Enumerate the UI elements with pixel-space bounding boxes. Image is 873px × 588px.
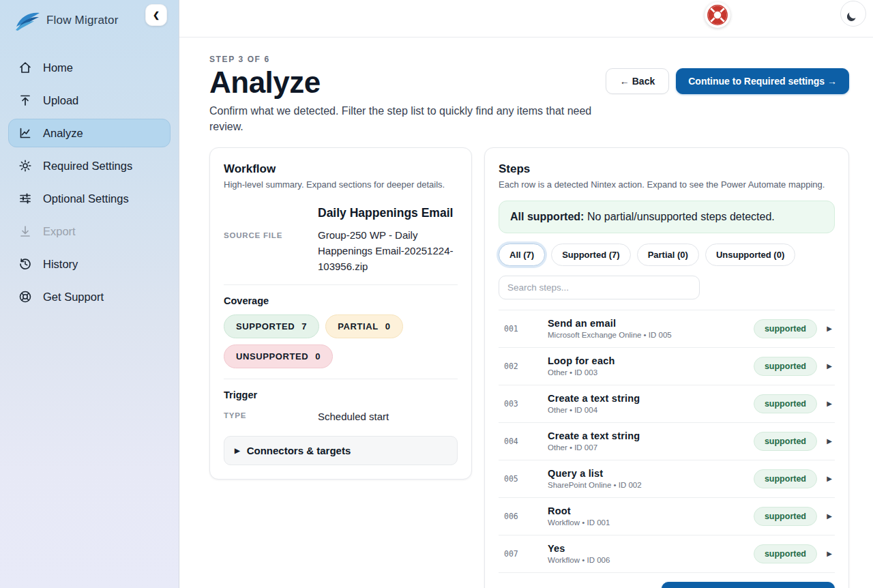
step-meta: Other • ID 003 xyxy=(548,368,754,377)
page-content: STEP 3 OF 6 Analyze Confirm what we dete… xyxy=(179,38,873,588)
page-header: STEP 3 OF 6 Analyze Confirm what we dete… xyxy=(209,55,849,134)
sidebar-item-optional-settings[interactable]: Optional Settings xyxy=(8,184,171,213)
dark-mode-toggle[interactable] xyxy=(840,1,866,27)
continue-button[interactable]: Continue to Required settings → xyxy=(676,68,849,94)
continue-button-bottom[interactable]: Continue to Required settings → xyxy=(662,582,835,588)
step-meta: Workflow • ID 001 xyxy=(548,518,754,527)
step-row[interactable]: 006 Root Workflow • ID 001 supported ▶ xyxy=(499,498,835,535)
sidebar-item-label: Analyze xyxy=(43,127,83,140)
banner-text: No partial/unsupported steps detected. xyxy=(584,211,774,222)
steps-footer: Continue to Required settings → xyxy=(499,582,835,588)
step-meta: Workflow • ID 006 xyxy=(548,556,754,564)
connectors-targets-accordion[interactable]: ▶ Connectors & targets xyxy=(224,436,458,465)
divider xyxy=(224,284,458,285)
step-title: Yes xyxy=(548,543,754,554)
upload-icon xyxy=(18,93,33,108)
workflow-card-title: Workflow xyxy=(224,162,458,176)
step-row[interactable]: 007 Yes Workflow • ID 006 supported ▶ xyxy=(499,535,835,573)
coverage-supported-count: 7 xyxy=(301,321,307,332)
expand-arrow-icon: ▶ xyxy=(817,362,835,370)
step-number: 003 xyxy=(504,399,548,409)
step-row[interactable]: 001 Send an email Microsoft Exchange Onl… xyxy=(499,310,835,348)
status-badge: supported xyxy=(754,469,817,488)
step-meta: SharePoint Online • ID 002 xyxy=(548,481,754,489)
support-lifebuoy-button[interactable] xyxy=(705,2,730,28)
divider xyxy=(224,379,458,379)
status-badge: supported xyxy=(754,544,817,563)
sidebar-item-label: Get Support xyxy=(43,291,104,304)
sidebar-item-required-settings[interactable]: Required Settings xyxy=(8,151,171,180)
step-row[interactable]: 002 Loop for each Other • ID 003 support… xyxy=(499,348,835,385)
filter-chip-supported[interactable]: Supported (7) xyxy=(551,244,631,266)
page-title: Analyze xyxy=(209,65,602,100)
step-number: 001 xyxy=(504,324,548,334)
step-row[interactable]: 003 Create a text string Other • ID 004 … xyxy=(499,385,835,423)
all-supported-banner: All supported: No partial/unsupported st… xyxy=(499,201,835,233)
coverage-unsupported-count: 0 xyxy=(315,351,321,362)
expand-triangle-icon: ▶ xyxy=(235,447,240,454)
step-meta: Microsoft Exchange Online • ID 005 xyxy=(548,331,754,339)
download-icon xyxy=(18,224,33,239)
search-steps-input[interactable] xyxy=(499,276,700,299)
step-meta: Other • ID 007 xyxy=(548,443,754,452)
trigger-type-value: Scheduled start xyxy=(318,409,458,424)
sidebar-item-export: Export xyxy=(8,217,171,246)
sidebar-item-label: History xyxy=(43,258,78,271)
step-number: 007 xyxy=(504,549,548,559)
step-row[interactable]: 004 Create a text string Other • ID 007 … xyxy=(499,423,835,460)
connectors-targets-label: Connectors & targets xyxy=(247,445,351,456)
page-description: Confirm what we detected. Filter the ste… xyxy=(209,104,602,134)
filter-chip-all[interactable]: All (7) xyxy=(499,244,545,266)
sidebar-item-label: Upload xyxy=(43,94,78,107)
filter-chips: All (7) Supported (7) Partial (0) Unsupp… xyxy=(499,244,835,266)
header-actions: ← Back Continue to Required settings → xyxy=(606,68,849,94)
sidebar-item-upload[interactable]: Upload xyxy=(8,86,171,115)
sidebar-item-history[interactable]: History xyxy=(8,250,171,278)
filter-chip-unsupported[interactable]: Unsupported (0) xyxy=(705,244,795,266)
steps-card-title: Steps xyxy=(499,162,835,176)
coverage-supported-pill: SUPPORTED 7 xyxy=(224,314,319,338)
home-icon xyxy=(18,60,33,75)
step-title: Loop for each xyxy=(548,355,754,366)
step-title: Create a text string xyxy=(548,393,754,404)
steps-card-subtitle: Each row is a detected Nintex action. Ex… xyxy=(499,179,835,190)
step-number: 005 xyxy=(504,474,548,484)
step-title: Query a list xyxy=(548,468,754,479)
gear-icon xyxy=(18,158,33,173)
step-row[interactable]: 005 Query a list SharePoint Online • ID … xyxy=(499,460,835,498)
source-file-value: Group-250 WP - Daily Happenings Email-20… xyxy=(318,227,458,275)
banner-bold-text: All supported: xyxy=(510,211,584,222)
coverage-partial-count: 0 xyxy=(385,321,391,332)
source-file-label: SOURCE FILE xyxy=(224,229,318,275)
history-clock-icon xyxy=(18,256,33,271)
main-area: STEP 3 OF 6 Analyze Confirm what we dete… xyxy=(179,0,873,588)
flow-migrator-logo-icon xyxy=(14,9,41,32)
trigger-heading: Trigger xyxy=(224,389,458,400)
cards-row: Workflow High-level summary. Expand sect… xyxy=(209,147,849,588)
workflow-name: Daily Happenings Email xyxy=(318,204,458,222)
expand-arrow-icon: ▶ xyxy=(817,400,835,407)
top-bar xyxy=(179,0,873,38)
step-list: 001 Send an email Microsoft Exchange Onl… xyxy=(499,310,835,573)
sidebar-item-analyze[interactable]: Analyze xyxy=(8,119,171,147)
sidebar-item-label: Required Settings xyxy=(43,160,132,173)
status-badge: supported xyxy=(754,432,817,451)
expand-arrow-icon: ▶ xyxy=(817,437,835,445)
sidebar-collapse-button[interactable]: ❮ xyxy=(145,4,167,26)
expand-arrow-icon: ▶ xyxy=(817,325,835,332)
sidebar-item-get-support[interactable]: Get Support xyxy=(8,282,171,311)
app-title: Flow Migrator xyxy=(46,14,119,27)
sidebar-item-label: Export xyxy=(43,225,76,238)
back-button[interactable]: ← Back xyxy=(606,68,669,94)
sidebar-item-home[interactable]: Home xyxy=(8,53,171,82)
status-badge: supported xyxy=(754,507,817,526)
lifebuoy-icon xyxy=(18,289,33,304)
coverage-partial-pill: PARTIAL 0 xyxy=(325,314,402,338)
coverage-unsupported-pill: UNSUPPORTED 0 xyxy=(224,344,333,368)
coverage-pills: SUPPORTED 7 PARTIAL 0 UNSUPPORTED 0 xyxy=(224,314,458,368)
filter-chip-partial[interactable]: Partial (0) xyxy=(637,244,699,266)
expand-arrow-icon: ▶ xyxy=(817,475,835,482)
sidebar-nav: Home Upload Analyze xyxy=(8,53,171,311)
workflow-card: Workflow High-level summary. Expand sect… xyxy=(209,147,472,479)
step-number: 006 xyxy=(504,512,548,521)
